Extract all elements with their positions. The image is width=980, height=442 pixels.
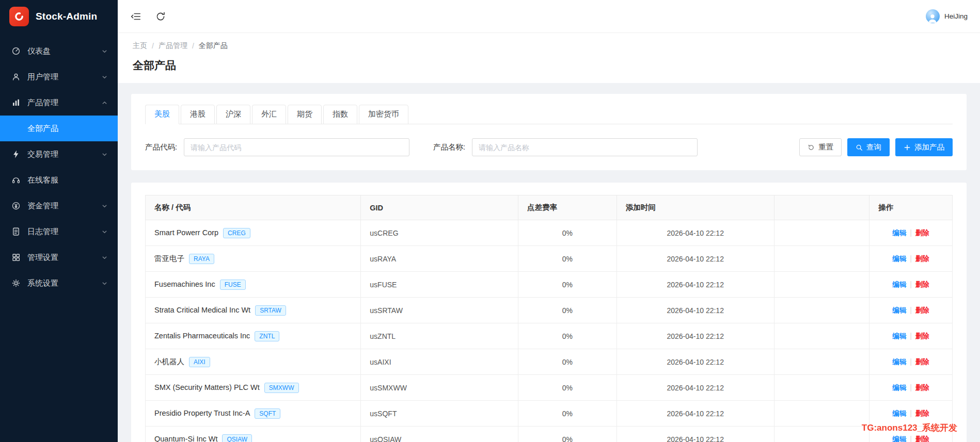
product-code-tag[interactable]: FUSE bbox=[220, 280, 246, 290]
product-code-group: 产品代码: bbox=[145, 138, 409, 156]
app-logo[interactable]: Stock-Admin bbox=[0, 0, 118, 33]
sidebar-subitem-label: 全部产品 bbox=[27, 124, 58, 134]
edit-link[interactable]: 编辑 bbox=[892, 229, 906, 237]
menu-fold-icon[interactable] bbox=[130, 11, 141, 22]
table-row: Fusemachines IncFUSE usFUSE 0% 2026-04-1… bbox=[146, 272, 953, 298]
product-code-tag[interactable]: QSIAW bbox=[222, 434, 252, 442]
tab-us-stocks[interactable]: 美股 bbox=[145, 105, 179, 124]
delete-link[interactable]: 删除 bbox=[915, 435, 929, 442]
delete-link[interactable]: 删除 bbox=[915, 358, 929, 366]
sidebar-item-funds[interactable]: 资金管理 bbox=[0, 193, 118, 219]
table-row: Strata Critical Medical Inc WtSRTAW usSR… bbox=[146, 298, 953, 323]
edit-link[interactable]: 编辑 bbox=[892, 410, 906, 417]
product-added-time: 2026-04-10 22:12 bbox=[617, 220, 774, 246]
edit-link[interactable]: 编辑 bbox=[892, 435, 906, 442]
edit-link[interactable]: 编辑 bbox=[892, 358, 906, 366]
product-code-tag[interactable]: SQFT bbox=[255, 408, 280, 419]
product-code-tag[interactable]: CREG bbox=[223, 228, 250, 238]
edit-link[interactable]: 编辑 bbox=[892, 306, 906, 314]
edit-link[interactable]: 编辑 bbox=[892, 255, 906, 263]
product-name: SMX (Security Matters) PLC Wt bbox=[154, 383, 260, 391]
sidebar-item-trades[interactable]: 交易管理 bbox=[0, 141, 118, 167]
sidebar-item-label: 产品管理 bbox=[27, 98, 102, 108]
sidebar-item-dashboard[interactable]: 仪表盘 bbox=[0, 38, 118, 64]
product-code-input[interactable] bbox=[184, 138, 409, 156]
column-header-actions: 操作 bbox=[869, 195, 952, 220]
product-spread: 0% bbox=[518, 427, 617, 442]
sidebar-item-label: 日志管理 bbox=[27, 227, 102, 237]
tab-crypto[interactable]: 加密货币 bbox=[359, 105, 408, 124]
edit-link[interactable]: 编辑 bbox=[892, 281, 906, 288]
sidebar-item-system-settings[interactable]: 系统设置 bbox=[0, 270, 118, 296]
plus-icon bbox=[904, 144, 911, 151]
reset-icon bbox=[808, 144, 815, 151]
delete-link[interactable]: 删除 bbox=[915, 332, 929, 340]
product-code-tag[interactable]: ZNTL bbox=[255, 331, 279, 341]
tab-futures[interactable]: 期货 bbox=[288, 105, 322, 124]
product-spread: 0% bbox=[518, 272, 617, 298]
product-spread: 0% bbox=[518, 220, 617, 246]
chevron-down-icon bbox=[102, 229, 107, 235]
delete-link[interactable]: 删除 bbox=[915, 229, 929, 237]
refresh-icon[interactable] bbox=[155, 11, 166, 22]
delete-link[interactable]: 删除 bbox=[915, 384, 929, 391]
product-name: Fusemachines Inc bbox=[154, 280, 215, 288]
product-code-tag[interactable]: AIXI bbox=[189, 357, 210, 367]
sidebar-item-manage-settings[interactable]: 管理设置 bbox=[0, 244, 118, 270]
chevron-down-icon bbox=[102, 152, 107, 157]
product-added-time: 2026-04-10 22:12 bbox=[617, 298, 774, 323]
product-added-time: 2026-04-10 22:12 bbox=[617, 375, 774, 401]
tab-hk-stocks[interactable]: 港股 bbox=[181, 105, 215, 124]
delete-link[interactable]: 删除 bbox=[915, 306, 929, 314]
delete-link[interactable]: 删除 bbox=[915, 255, 929, 263]
product-code-tag[interactable]: RAYA bbox=[189, 254, 214, 264]
add-product-button[interactable]: 添加产品 bbox=[895, 138, 953, 156]
filter-row: 产品代码: 产品名称: 重置 bbox=[145, 138, 953, 156]
sidebar-item-support[interactable]: 在线客服 bbox=[0, 167, 118, 193]
sidebar-item-products[interactable]: 产品管理 bbox=[0, 90, 118, 116]
search-button-label: 查询 bbox=[866, 142, 881, 152]
reset-button-label: 重置 bbox=[818, 142, 833, 152]
sidebar-item-logs[interactable]: 日志管理 bbox=[0, 219, 118, 244]
funds-icon bbox=[11, 201, 21, 210]
tab-forex[interactable]: 外汇 bbox=[252, 105, 286, 124]
sidebar-subitem-all-products[interactable]: 全部产品 bbox=[0, 116, 118, 141]
empty-cell bbox=[774, 401, 869, 427]
column-header-added: 添加时间 bbox=[617, 195, 774, 220]
product-gid: usFUSE bbox=[361, 272, 518, 298]
table-row: Presidio Property Trust Inc-ASQFT usSQFT… bbox=[146, 401, 953, 427]
trade-icon bbox=[11, 150, 21, 159]
chevron-down-icon bbox=[102, 48, 107, 54]
user-avatar bbox=[926, 9, 940, 23]
action-divider: | bbox=[910, 409, 912, 417]
delete-link[interactable]: 删除 bbox=[915, 281, 929, 288]
column-header-name: 名称 / 代码 bbox=[146, 195, 361, 220]
product-code-tag[interactable]: SMXWW bbox=[264, 383, 299, 393]
sidebar-item-label: 交易管理 bbox=[27, 150, 102, 159]
table-header-row: 名称 / 代码 GID 点差费率 添加时间 操作 bbox=[146, 195, 953, 220]
user-menu[interactable]: HeiJing bbox=[926, 9, 968, 23]
chevron-down-icon bbox=[102, 281, 107, 286]
product-code-label: 产品代码: bbox=[145, 142, 177, 152]
product-code-tag[interactable]: SRTAW bbox=[255, 305, 286, 316]
sidebar-item-users[interactable]: 用户管理 bbox=[0, 64, 118, 90]
product-added-time: 2026-04-10 22:12 bbox=[617, 272, 774, 298]
reset-button[interactable]: 重置 bbox=[799, 138, 842, 156]
sidebar-item-label: 资金管理 bbox=[27, 201, 102, 211]
tab-indices[interactable]: 指数 bbox=[323, 105, 357, 124]
tab-cn-stocks[interactable]: 沪深 bbox=[216, 105, 250, 124]
product-name: Quantum-Si Inc Wt bbox=[154, 435, 217, 442]
empty-cell bbox=[774, 427, 869, 442]
product-name-input[interactable] bbox=[472, 138, 698, 156]
delete-link[interactable]: 删除 bbox=[915, 410, 929, 417]
table-row: 雷亚电子RAYA usRAYA 0% 2026-04-10 22:12 编辑|删… bbox=[146, 246, 953, 272]
action-divider: | bbox=[910, 254, 912, 263]
search-button[interactable]: 查询 bbox=[847, 138, 890, 156]
product-name: Smart Powerr Corp bbox=[154, 228, 218, 237]
breadcrumb-home[interactable]: 主页 bbox=[133, 41, 147, 51]
edit-link[interactable]: 编辑 bbox=[892, 384, 906, 391]
empty-cell bbox=[774, 323, 869, 349]
topbar: HeiJing bbox=[118, 0, 980, 33]
edit-link[interactable]: 编辑 bbox=[892, 332, 906, 340]
breadcrumb-product-management[interactable]: 产品管理 bbox=[159, 41, 187, 51]
